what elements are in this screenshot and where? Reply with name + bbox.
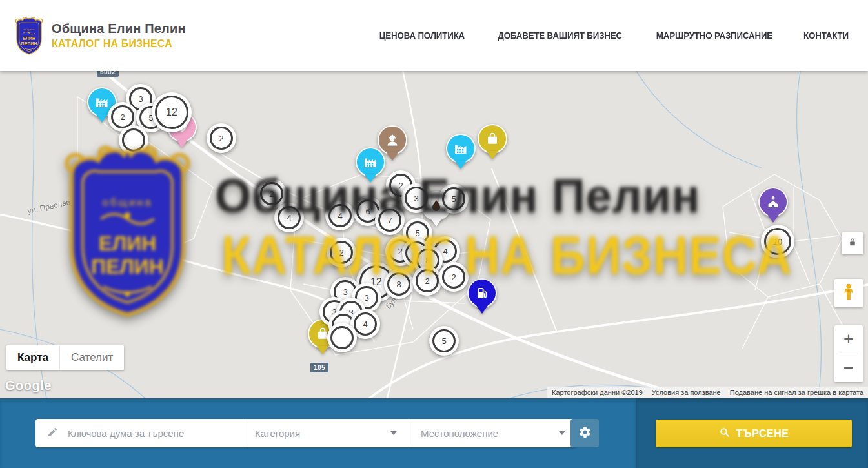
search-button-label: ТЪРСЕНЕ [736,428,789,440]
pin-tail [317,346,328,354]
svg-text:община: община [23,28,34,31]
cluster-count: 4 [354,312,377,336]
road-number-badge: 105 [310,363,328,372]
map-data-copyright: Картографски данни ©2019 [547,389,647,396]
pegman-icon [840,282,857,304]
cluster-count: 4 [328,204,352,227]
church-icon [758,187,788,217]
nav-item-add-business[interactable]: ДОБАВЕТЕ ВАШИЯТ БИЗНЕС [498,30,622,41]
pin-tail [430,218,442,227]
keyword-field [35,419,243,447]
zoom-control: + − [834,325,863,382]
category-dropdown[interactable]: Категория [243,419,409,447]
bag-icon [478,124,507,154]
cluster-count: 8 [387,272,410,296]
pin-tail [767,214,779,223]
cluster-count: 2 [210,127,233,150]
lock-icon [847,236,858,250]
cluster-marker[interactable]: 5 [429,326,459,356]
search-bar: Категория Местоположение ТЪРСЕНЕ [0,398,868,468]
page: ул. Преслав бул. „Новосел 6002 105 32512… [0,0,868,468]
cluster-marker[interactable]: 4 [274,203,304,232]
map-type-control: Карта Сателит [6,345,124,370]
chevron-down-icon [390,431,397,435]
location-dropdown[interactable]: Местоположение [409,419,577,447]
search-icon [719,427,730,440]
advanced-settings-button[interactable] [570,419,599,447]
nav-item-pricing[interactable]: ЦЕНОВА ПОЛИТИКА [379,30,465,41]
site-logo[interactable]: община ЕЛИН ПЕЛИН Община Елин Пелин КАТА… [13,15,186,56]
cluster-count: 2 [416,269,439,292]
lock-button[interactable] [842,232,863,254]
cluster-count [330,326,354,349]
cluster-marker[interactable]: 3 [401,183,431,213]
nav-item-contacts[interactable]: КОНТАКТИ [803,30,849,41]
cluster-marker[interactable]: 2 [412,266,442,296]
cluster-count: 2 [330,241,353,264]
site-title: Община Елин Пелин [52,21,186,36]
map-attribution: Картографски данни ©2019 Условия за полз… [547,387,868,398]
cluster-marker[interactable]: 2 [439,262,469,292]
main-navigation: ЦЕНОВА ПОЛИТИКА ДОБАВЕТЕ ВАШИЯТ БИЗНЕС М… [376,0,851,71]
church-pin[interactable] [758,187,788,223]
site-header: община ЕЛИН ПЕЛИН Община Елин Пелин КАТА… [0,0,868,71]
bag-pin[interactable] [478,124,507,159]
factory-icon [356,147,385,177]
logo-text: Община Елин Пелин КАТАЛОГ НА БИЗНЕСА [52,21,186,49]
nav-item-route-schedule[interactable]: МАРШРУТНО РАЗПИСАНИЕ [656,30,772,41]
pin-tail [365,174,376,183]
cluster-marker[interactable]: 8 [384,269,414,299]
cluster-marker[interactable]: 5 [439,184,469,214]
cluster-count: 10 [764,228,791,255]
report-map-error-link[interactable]: Подаване на сигнал за грешка в картата [725,389,868,396]
pin-tail [487,151,498,159]
svg-text:ЕЛИН: ЕЛИН [23,36,35,41]
cluster-marker[interactable]: 7 [375,205,405,235]
cluster-marker[interactable]: 4 [325,201,355,230]
cluster-marker[interactable]: 2 [207,123,236,153]
keyword-search-input[interactable] [66,418,243,448]
street-view-pegman-button[interactable] [834,279,863,307]
factory-pin[interactable] [446,134,476,169]
fuel-icon [467,278,497,308]
pencil-icon [47,427,66,440]
cluster-count: 3 [405,187,428,210]
pin-tail [387,152,398,161]
fuel-pin[interactable] [467,278,497,314]
cluster-marker[interactable] [327,323,357,352]
map-canvas[interactable]: ул. Преслав бул. „Новосел 6002 105 32512… [0,71,868,398]
cluster-marker[interactable]: 12 [152,92,192,132]
gear-icon [578,425,592,442]
chevron-down-icon [559,431,565,435]
google-logo[interactable]: Google [5,378,52,393]
pin-tail [96,114,108,123]
cluster-count [122,128,145,152]
cluster-marker[interactable]: 10 [761,225,794,258]
cluster-marker[interactable]: 2 [327,238,356,267]
cluster-count: 5 [432,329,456,352]
municipality-crest-logo: община ЕЛИН ПЕЛИН [13,15,45,56]
map-view-button[interactable]: Карта [6,345,59,370]
search-button-area: ТЪРСЕНЕ [636,398,868,468]
cluster-marker[interactable] [119,125,148,155]
site-subtitle: КАТАЛОГ НА БИЗНЕСА [52,37,179,49]
factory-pin[interactable] [356,147,385,183]
svg-text:ПЕЛИН: ПЕЛИН [21,41,37,46]
terms-of-use-link[interactable]: Условия за ползване [647,389,725,396]
pin-tail [176,139,188,148]
road-number-badge: 6002 [97,71,119,77]
category-dropdown-label: Категория [255,428,300,439]
zoom-in-button[interactable]: + [834,325,863,354]
zoom-out-button[interactable]: − [834,354,863,383]
cluster-count: 7 [378,209,401,232]
cluster-count: 2 [442,265,465,289]
search-button[interactable]: ТЪРСЕНЕ [656,420,852,447]
factory-icon [446,134,476,163]
cluster-count: 12 [155,96,188,129]
cluster-count: 2 [260,182,283,205]
search-field-group: Категория Местоположение [35,419,577,447]
cluster-count: 5 [442,187,465,210]
satellite-view-button[interactable]: Сателит [59,345,124,370]
cluster-count: 4 [278,206,301,229]
location-dropdown-label: Местоположение [421,428,498,439]
